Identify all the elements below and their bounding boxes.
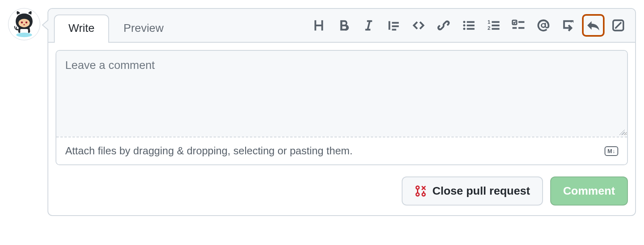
quote-button[interactable] bbox=[382, 14, 405, 37]
cross-reference-icon bbox=[561, 19, 575, 32]
task-list-icon bbox=[512, 19, 525, 32]
svg-point-5 bbox=[463, 21, 466, 23]
heading-button[interactable] bbox=[308, 14, 330, 37]
mention-button[interactable] bbox=[532, 14, 555, 37]
tab-preview[interactable]: Preview bbox=[109, 15, 178, 43]
crossref-button[interactable] bbox=[557, 14, 580, 37]
svg-point-1 bbox=[19, 19, 30, 27]
attach-hint-bar[interactable]: Attach files by dragging & dropping, sel… bbox=[56, 137, 627, 164]
italic-button[interactable] bbox=[357, 14, 380, 37]
suggestion-button[interactable] bbox=[607, 14, 630, 37]
code-button[interactable] bbox=[407, 14, 430, 37]
octocat-icon bbox=[10, 10, 38, 38]
close-pr-label: Close pull request bbox=[432, 185, 530, 197]
comment-textarea[interactable] bbox=[56, 51, 627, 135]
composer-footer: Close pull request Comment bbox=[48, 172, 635, 215]
mention-icon bbox=[537, 19, 550, 32]
svg-text:1: 1 bbox=[487, 19, 490, 25]
svg-text:2: 2 bbox=[487, 25, 490, 31]
quote-icon bbox=[387, 19, 400, 32]
svg-point-7 bbox=[463, 28, 466, 30]
reply-icon bbox=[586, 19, 600, 32]
tasklist-button[interactable] bbox=[507, 14, 530, 37]
bold-icon bbox=[337, 19, 351, 32]
svg-point-0 bbox=[16, 33, 32, 37]
code-icon bbox=[412, 19, 425, 32]
attach-hint-text: Attach files by dragging & dropping, sel… bbox=[65, 145, 353, 157]
avatar[interactable] bbox=[8, 8, 40, 40]
composer-header: Write Preview 12 bbox=[48, 9, 635, 43]
close-pr-button[interactable]: Close pull request bbox=[402, 176, 543, 206]
formatting-toolbar: 12 bbox=[308, 10, 630, 41]
comment-composer: Write Preview 12 bbox=[47, 8, 636, 216]
ordered-list-icon: 12 bbox=[487, 19, 500, 32]
svg-point-2 bbox=[21, 21, 23, 23]
svg-point-6 bbox=[463, 24, 466, 27]
comment-button-label: Comment bbox=[563, 185, 615, 197]
link-button[interactable] bbox=[432, 14, 455, 37]
svg-point-13 bbox=[416, 193, 419, 196]
svg-point-4 bbox=[23, 24, 25, 25]
svg-point-14 bbox=[422, 193, 425, 196]
tab-write[interactable]: Write bbox=[54, 15, 109, 43]
ul-button[interactable] bbox=[457, 14, 480, 37]
svg-point-3 bbox=[25, 21, 27, 23]
comment-button[interactable]: Comment bbox=[550, 176, 628, 206]
suggestion-icon bbox=[611, 19, 625, 32]
bold-button[interactable] bbox=[332, 14, 355, 37]
reply-button[interactable] bbox=[582, 14, 605, 37]
composer-tabs: Write Preview bbox=[54, 9, 178, 43]
unordered-list-icon bbox=[462, 19, 475, 32]
git-pr-closed-icon bbox=[415, 185, 427, 197]
italic-icon bbox=[362, 19, 376, 32]
svg-point-12 bbox=[416, 186, 419, 189]
composer-body: Attach files by dragging & dropping, sel… bbox=[48, 43, 635, 172]
markdown-badge[interactable]: M↓ bbox=[605, 146, 618, 156]
heading-icon bbox=[312, 19, 326, 32]
textarea-wrapper: Attach files by dragging & dropping, sel… bbox=[56, 50, 628, 165]
link-icon bbox=[437, 19, 450, 32]
ol-button[interactable]: 12 bbox=[482, 14, 505, 37]
